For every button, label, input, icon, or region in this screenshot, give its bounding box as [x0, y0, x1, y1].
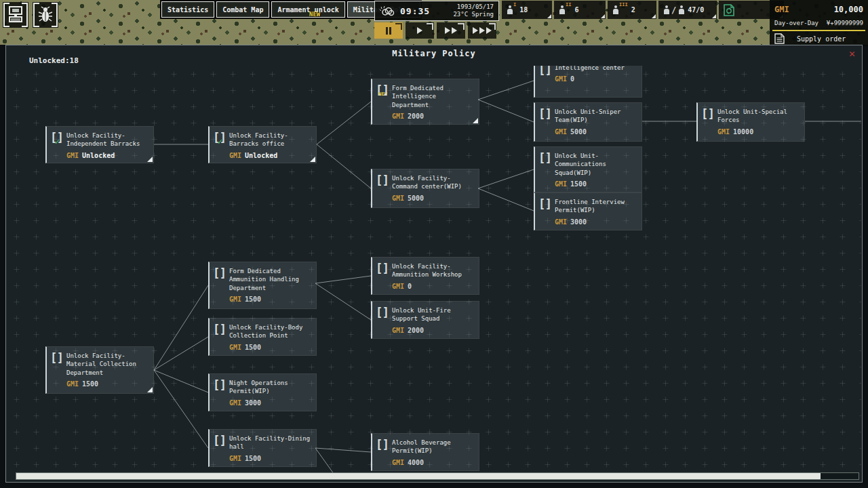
tab-armament-unlock[interactable]: Armament unlock — [271, 1, 344, 18]
policy-tree-canvas[interactable]: [✓]Unlock Facility- Independent Barracks… — [7, 66, 861, 474]
tree-node-ammunition-workshop[interactable]: []Unlock Facility- Ammunition WorkshopGM… — [371, 257, 479, 295]
node-cost: GMI1500 — [555, 180, 638, 188]
checkbox-checked: [✓] — [50, 133, 66, 149]
node-title: Unlock Unit-Fire Support Squad — [392, 306, 475, 323]
checkbox-empty: [] — [701, 109, 717, 125]
tree-node-communications-squad[interactable]: []Unlock Unit- Communications Squad(WIP)… — [534, 146, 642, 192]
tree-node-independent-barracks[interactable]: [✓]Unlock Facility- Independent Barracks… — [45, 126, 154, 163]
squad-strength-counter[interactable]: / 47/0 — [658, 1, 717, 19]
node-title: Unlock Facility-Body Collection Point — [229, 323, 313, 340]
node-cost: GMI3000 — [229, 399, 313, 407]
tree-node-special-forces[interactable]: []Unlock Unit-Special ForcesGMI10000 — [696, 102, 805, 142]
node-cost: GMI2000 — [392, 327, 475, 334]
node-cost: GMI1500 — [229, 344, 313, 351]
scrollbar-thumb[interactable] — [16, 473, 821, 479]
checkbox-empty: [] — [213, 268, 229, 285]
fast-forward-button[interactable] — [437, 22, 465, 39]
horizontal-scrollbar[interactable] — [16, 472, 859, 480]
currency-label: GMI — [229, 455, 241, 462]
tab-combat-map[interactable]: Combat Map — [216, 1, 269, 18]
node-cost: GMI0 — [555, 75, 638, 83]
date-line: 1993/05/17 — [457, 3, 494, 10]
computer-menu-button[interactable] — [3, 2, 28, 28]
cost-value: Unlocked — [82, 152, 115, 159]
node-cost: GMIUnlocked — [229, 152, 313, 159]
tier3-soldiers-counter[interactable]: III 2 — [608, 1, 656, 19]
tree-node-intelligence-department[interactable]: [NEW]Form Dedicated Intelligence Departm… — [371, 79, 479, 125]
currency-label: GMI — [392, 283, 404, 290]
cost-value: 1500 — [570, 180, 587, 188]
currency-label: GMI — [555, 75, 567, 83]
node-cost: GMI1500 — [229, 455, 313, 462]
economy-panel: GMI 10,000 Day-over-Day ¥+99999999 Suppl… — [770, 0, 868, 46]
tree-node-intelligence-center[interactable]: []Intelligence centerGMI0 — [534, 66, 642, 98]
clock-panel: 09:35 1993/05/17 23°C Spring — [374, 1, 499, 21]
soldier-icon — [612, 5, 618, 14]
currency-label: GMI — [66, 152, 79, 159]
tree-node-sniper-team[interactable]: []Unlock Unit-Sniper Team(WIP)GMI5000 — [534, 102, 642, 142]
node-title: Alcohol Beverage Permit(WIP) — [392, 439, 475, 455]
cost-value: 1500 — [245, 296, 261, 303]
fast-forward-icon — [452, 27, 457, 34]
node-cost: GMI1500 — [229, 296, 313, 303]
tab-statistics[interactable]: Statistics — [161, 1, 214, 18]
supply-order-label: Supply order — [797, 35, 846, 43]
tree-node-ammunition-handling[interactable]: []Form Dedicated Ammunition Handling Dep… — [208, 262, 317, 309]
tree-node-alcohol-permit[interactable]: []Alcohol Beverage Permit(WIP)GMI4000 — [371, 433, 479, 471]
close-icon[interactable]: ✕ — [849, 47, 855, 60]
tree-node-night-operations[interactable]: []Night Operations Permit(WIP)GMI3000 — [208, 373, 317, 411]
tree-node-body-collection-point[interactable]: []Unlock Facility-Body Collection PointG… — [208, 318, 317, 356]
checkbox-empty: [] — [538, 109, 555, 125]
currency-label: GMI — [555, 180, 567, 188]
play-button[interactable] — [406, 22, 434, 39]
node-corner-marker — [310, 157, 315, 162]
day-over-day-value: ¥+99999999 — [827, 20, 863, 26]
checkbox-empty: [] — [213, 380, 229, 396]
checkbox-empty: [] — [538, 153, 555, 169]
monitor-icon — [7, 6, 24, 24]
season-line: 23°C Spring — [453, 11, 494, 18]
tree-node-barracks-office[interactable]: [✓]Unlock Facility- Barracks officeGMIUn… — [208, 126, 317, 163]
tree-node-fire-support-squad[interactable]: []Unlock Unit-Fire Support SquadGMI2000 — [371, 301, 479, 339]
resource-bar: I 18 II 6 III 2 / 47/0 0 — [502, 1, 784, 19]
tier2-soldiers-counter[interactable]: II 6 — [554, 1, 606, 19]
yellow-divider — [772, 30, 865, 31]
fastest-speed-button[interactable] — [468, 22, 496, 39]
cost-value: 4000 — [408, 459, 424, 466]
bug-report-button[interactable] — [33, 2, 58, 28]
tree-node-command-center[interactable]: []Unlock Facility- Command center(WIP)GM… — [371, 169, 479, 208]
currency-label: GMI — [229, 399, 241, 407]
cost-value: 0 — [408, 283, 412, 290]
tree-node-material-collection[interactable]: []Unlock Facility- Material Collection D… — [45, 346, 154, 394]
currency-label: GMI — [392, 459, 404, 466]
tree-node-dining-hall[interactable]: []Unlock Facility-Dining hallGMI1500 — [208, 429, 317, 467]
node-cost: GMI3000 — [555, 218, 638, 226]
node-title: Unlock Unit-Special Forces — [717, 108, 801, 125]
node-title: Frontline Interview Permit(WIP) — [555, 198, 638, 215]
node-corner-marker — [473, 118, 478, 123]
cost-value: 2000 — [408, 327, 424, 334]
pause-button[interactable] — [374, 22, 403, 39]
currency-label: GMI — [392, 327, 404, 334]
node-title: Form Dedicated Ammunition Handling Depar… — [229, 267, 313, 292]
tier1-soldiers-counter[interactable]: I 18 — [502, 1, 552, 19]
node-title: Unlock Unit- Communications Squad(WIP) — [555, 152, 638, 177]
node-title: Intelligence center — [555, 66, 638, 72]
soldier-icon — [507, 5, 513, 14]
cost-value: 3000 — [570, 218, 587, 226]
tree-node-frontline-interview[interactable]: []Frontline Interview Permit(WIP)GMI3000 — [534, 192, 642, 230]
checkbox-empty: [NEW] — [376, 85, 392, 102]
node-cost: GMIUnlocked — [66, 152, 150, 159]
cost-value: Unlocked — [245, 152, 277, 159]
checkbox-empty: [] — [376, 440, 392, 456]
cost-value: 5000 — [570, 128, 587, 136]
cost-value: 1500 — [245, 455, 261, 462]
node-cost: GMI0 — [392, 283, 475, 290]
node-title: Unlock Facility- Independent Barracks — [66, 131, 150, 148]
node-title: Night Operations Permit(WIP) — [229, 379, 313, 396]
node-title: Unlock Facility-Dining hall — [229, 434, 313, 451]
checkbox-empty: [] — [538, 199, 555, 216]
bug-icon — [37, 6, 54, 24]
new-content-badge: NEW — [309, 11, 320, 18]
supply-order-button[interactable]: Supply order — [770, 33, 868, 45]
